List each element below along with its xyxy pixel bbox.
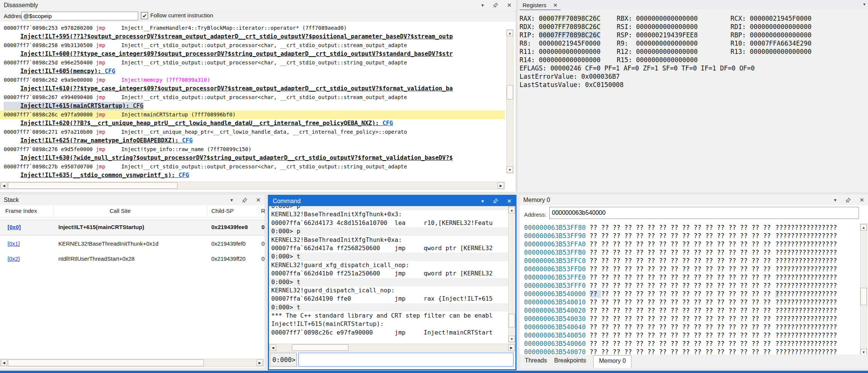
memory-byte[interactable]: ?? (659, 265, 671, 273)
memory-byte[interactable]: ?? (728, 265, 740, 273)
memory-byte[interactable]: ?? (694, 249, 705, 256)
memory-byte[interactable]: ?? (682, 224, 694, 231)
disasm-instruction-line[interactable]: 00007ff7`0898c25d e96e250400 jmp Inject!… (0, 58, 505, 67)
memory-byte[interactable]: ?? (671, 224, 682, 231)
memory-byte[interactable]: ?? (647, 232, 659, 240)
memory-byte[interactable]: ?? (694, 282, 705, 289)
memory-row[interactable]: 000000063B53FFE0?? ?? ?? ?? ?? ?? ?? ?? … (524, 273, 854, 281)
memory-byte[interactable]: ?? (624, 249, 636, 256)
memory-byte[interactable]: ?? (740, 332, 752, 339)
disasm-instruction-line[interactable]: 00007ff7`0898c27b e9507d0700 jmp Inject!… (0, 162, 505, 171)
memory-byte[interactable]: ?? (717, 282, 729, 289)
memory-byte[interactable]: ?? (590, 332, 601, 339)
disasm-label-line[interactable]: Inject!ILT+615(mainCRTStartup): CFG (0, 102, 505, 110)
memory-byte[interactable]: ?? (636, 290, 648, 298)
memory-dump[interactable]: 000000063B53FF80?? ?? ?? ?? ?? ?? ?? ?? … (524, 223, 854, 356)
memory-byte[interactable]: ?? (763, 232, 771, 240)
memory-byte[interactable]: ?? (613, 240, 624, 248)
memory-byte[interactable]: ?? (763, 274, 771, 281)
memory-byte[interactable]: ?? (717, 340, 729, 347)
memory-byte[interactable]: ?? (659, 307, 671, 314)
memory-byte[interactable]: ?? (636, 298, 648, 306)
memory-byte[interactable]: ?? (624, 290, 636, 298)
disassembly-listing[interactable]: 00007ff7`0898c253 e978280200 jmp Inject!… (0, 22, 505, 181)
command-input[interactable] (298, 353, 513, 367)
memory-row[interactable]: 000000063B53FF90?? ?? ?? ?? ?? ?? ?? ?? … (524, 232, 854, 240)
pin-icon[interactable] (845, 197, 851, 203)
memory-byte[interactable]: ?? (671, 298, 682, 306)
chevron-down-icon[interactable]: ▼ (481, 3, 485, 8)
memory-byte[interactable]: ?? (740, 232, 752, 240)
memory-byte[interactable]: ?? (763, 340, 771, 347)
memory-byte[interactable]: ?? (613, 257, 624, 264)
memory-byte[interactable]: ?? (763, 315, 771, 323)
memory-byte[interactable]: ?? (624, 240, 636, 248)
memory-byte[interactable]: ?? (694, 257, 705, 264)
memory-byte[interactable]: ?? (624, 232, 636, 240)
memory-byte[interactable]: ?? (590, 298, 601, 306)
memory-byte[interactable]: ?? (752, 274, 763, 281)
memory-byte[interactable]: ?? (659, 340, 671, 347)
stack-frame-row[interactable]: [0x0]Inject!ILT+615(mainCRTStartup)0x219… (0, 220, 264, 235)
memory-row[interactable]: 000000063B53FFA0?? ?? ?? ?? ?? ?? ?? ?? … (524, 240, 854, 248)
memory-byte[interactable]: ?? (659, 224, 671, 231)
memory-byte[interactable]: ?? (728, 307, 740, 314)
memory-byte[interactable]: ?? (705, 307, 717, 314)
memory-row[interactable]: 000000063B53FFB0?? ?? ?? ?? ?? ?? ?? ?? … (524, 248, 854, 257)
memory-byte[interactable]: ?? (613, 323, 624, 331)
memory-byte[interactable]: ?? (613, 265, 624, 273)
memory-byte[interactable]: ?? (728, 257, 740, 264)
follow-current-instruction-checkbox[interactable] (141, 12, 148, 19)
chevron-down-icon[interactable]: ▼ (230, 198, 234, 202)
disasm-instruction-line[interactable]: 00007ff7`0898c271 e97a210b00 jmp Inject!… (0, 128, 505, 136)
pin-icon[interactable] (493, 2, 498, 8)
memory-byte[interactable]: ?? (694, 298, 705, 306)
memory-byte[interactable]: ?? (694, 340, 705, 347)
memory-byte[interactable]: ?? (624, 274, 636, 281)
disasm-instruction-line[interactable]: 00007ff7`0898c262 e9a9e00000 jmp Inject!… (0, 76, 505, 84)
memory-byte[interactable]: ?? (763, 282, 771, 289)
memory-byte[interactable]: ?? (752, 340, 763, 347)
tab-memory-0[interactable]: Memory 0 (593, 355, 631, 368)
memory-byte[interactable]: ?? (694, 332, 705, 339)
memory-byte[interactable]: ?? (705, 282, 717, 289)
scroll-right-icon[interactable]: ▶ (508, 344, 515, 351)
memory-byte[interactable]: ?? (647, 224, 659, 231)
memory-byte[interactable]: ?? (624, 298, 636, 306)
memory-byte[interactable]: ?? (763, 332, 771, 339)
memory-byte[interactable]: ?? (636, 282, 648, 289)
memory-byte[interactable]: ?? (752, 232, 763, 240)
memory-byte[interactable]: ?? (717, 232, 729, 240)
memory-byte[interactable]: ?? (705, 332, 717, 339)
scroll-thumb[interactable] (507, 85, 513, 99)
memory-byte[interactable]: ?? (682, 282, 694, 289)
memory-byte[interactable]: ?? (705, 232, 717, 240)
memory-byte[interactable]: ?? (613, 315, 624, 323)
memory-byte[interactable]: ?? (601, 332, 613, 339)
disasm-instruction-line[interactable]: 00007ff7`0898c26c e97fa90000 jmp Inject!… (0, 110, 505, 119)
memory-row[interactable]: 000000063B540040?? ?? ?? ?? ?? ?? ?? ?? … (524, 323, 854, 331)
memory-byte[interactable]: ?? (636, 224, 648, 231)
memory-byte[interactable]: ?? (647, 323, 659, 331)
memory-byte[interactable]: ?? (717, 315, 729, 323)
memory-byte[interactable]: ?? (659, 232, 671, 240)
memory-byte[interactable]: ?? (601, 257, 613, 264)
memory-byte[interactable]: ?? (740, 298, 752, 306)
close-icon[interactable]: ✕ (256, 197, 261, 203)
memory-byte[interactable]: ?? (740, 240, 752, 248)
memory-byte[interactable]: ?? (613, 282, 624, 289)
memory-byte[interactable]: ?? (728, 224, 740, 231)
memory-byte[interactable]: ?? (728, 332, 740, 339)
memory-byte[interactable]: ?? (647, 282, 659, 289)
memory-byte[interactable]: ?? (671, 257, 682, 264)
memory-byte[interactable]: ?? (717, 224, 729, 231)
memory-byte[interactable]: ?? (763, 290, 771, 298)
memory-byte[interactable]: ?? (647, 332, 659, 339)
memory-byte[interactable]: ?? (694, 274, 705, 281)
memory-byte[interactable]: ?? (728, 290, 740, 298)
memory-byte[interactable]: ?? (752, 315, 763, 323)
memory-byte[interactable]: ?? (728, 323, 740, 331)
memory-byte[interactable]: ?? (717, 274, 729, 281)
memory-byte[interactable]: ?? (659, 282, 671, 289)
memory-byte[interactable]: ?? (752, 265, 763, 273)
